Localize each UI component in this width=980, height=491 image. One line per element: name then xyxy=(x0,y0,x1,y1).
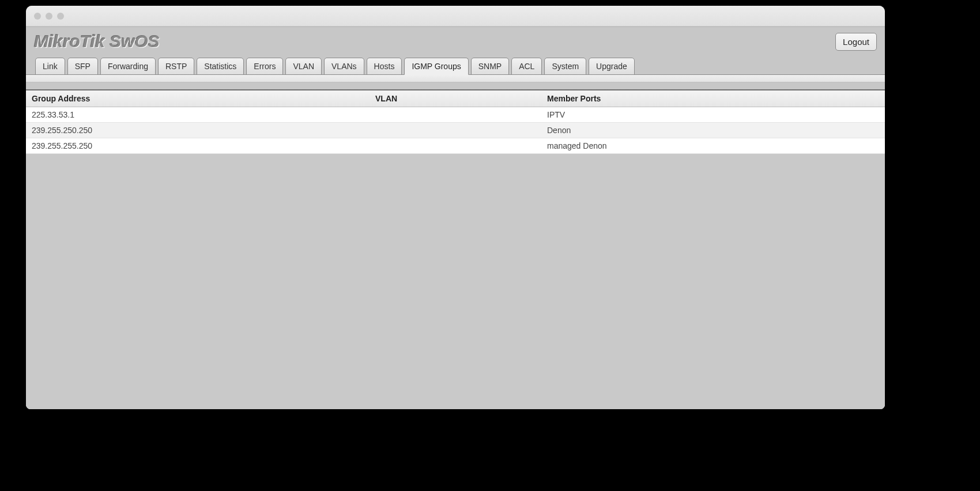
cell-vlan xyxy=(370,138,541,154)
tab-label: Hosts xyxy=(374,62,395,71)
tab-label: ACL xyxy=(519,62,534,71)
col-header-group-address: Group Address xyxy=(26,90,370,107)
tab-igmp-groups[interactable]: IGMP Groups xyxy=(404,58,468,75)
tab-label: Statistics xyxy=(204,62,236,71)
toolbar-spacer xyxy=(26,74,885,82)
tab-link[interactable]: Link xyxy=(35,58,65,75)
window-close-icon[interactable] xyxy=(34,13,41,20)
window-maximize-icon[interactable] xyxy=(57,13,64,20)
tab-statistics[interactable]: Statistics xyxy=(197,58,244,75)
cell-group-address: 225.33.53.1 xyxy=(26,107,370,123)
tab-label: SFP xyxy=(75,62,91,71)
tab-label: System xyxy=(552,62,579,71)
cell-member-ports: managed Denon xyxy=(541,138,885,154)
tab-vlans[interactable]: VLANs xyxy=(324,58,364,75)
cell-group-address: 239.255.250.250 xyxy=(26,123,370,138)
tab-label: Forwarding xyxy=(108,62,148,71)
app-title: MikroTik SwOS xyxy=(34,32,160,51)
col-header-member-ports: Member Ports xyxy=(541,90,885,107)
table-row: 239.255.255.250managed Denon xyxy=(26,138,885,154)
tab-system[interactable]: System xyxy=(544,58,586,75)
header-row: MikroTik SwOS Logout xyxy=(26,27,885,51)
cell-vlan xyxy=(370,123,541,138)
content-gap xyxy=(26,82,885,89)
tab-label: VLAN xyxy=(293,62,314,71)
tab-label: IGMP Groups xyxy=(412,62,461,71)
tab-errors[interactable]: Errors xyxy=(246,58,283,75)
app-window: MikroTik SwOS Logout LinkSFPForwardingRS… xyxy=(26,6,885,409)
app-frame: MikroTik SwOS Logout LinkSFPForwardingRS… xyxy=(26,27,885,409)
table-header-row: Group Address VLAN Member Ports xyxy=(26,90,885,107)
table-row: 239.255.250.250Denon xyxy=(26,123,885,138)
tab-sfp[interactable]: SFP xyxy=(67,58,98,75)
igmp-groups-table-wrap: Group Address VLAN Member Ports 225.33.5… xyxy=(26,89,885,154)
cell-group-address: 239.255.255.250 xyxy=(26,138,370,154)
tab-label: Upgrade xyxy=(596,62,627,71)
col-header-vlan: VLAN xyxy=(370,90,541,107)
cell-member-ports: Denon xyxy=(541,123,885,138)
tab-label: Errors xyxy=(254,62,276,71)
tab-rstp[interactable]: RSTP xyxy=(158,58,194,75)
table-row: 225.33.53.1IPTV xyxy=(26,107,885,123)
cell-member-ports: IPTV xyxy=(541,107,885,123)
tab-label: Link xyxy=(43,62,58,71)
content-fill xyxy=(26,154,885,409)
igmp-groups-table: Group Address VLAN Member Ports 225.33.5… xyxy=(26,90,885,154)
tab-upgrade[interactable]: Upgrade xyxy=(589,58,635,75)
tabs-row: LinkSFPForwardingRSTPStatisticsErrorsVLA… xyxy=(26,51,885,74)
logout-button[interactable]: Logout xyxy=(835,33,877,51)
window-minimize-icon[interactable] xyxy=(46,13,52,20)
tab-snmp[interactable]: SNMP xyxy=(471,58,509,75)
tab-label: VLANs xyxy=(331,62,357,71)
tab-vlan[interactable]: VLAN xyxy=(285,58,322,75)
tab-label: SNMP xyxy=(478,62,502,71)
window-titlebar xyxy=(26,6,885,27)
cell-vlan xyxy=(370,107,541,123)
tab-label: RSTP xyxy=(165,62,187,71)
tab-forwarding[interactable]: Forwarding xyxy=(100,58,156,75)
tab-hosts[interactable]: Hosts xyxy=(367,58,402,75)
tab-acl[interactable]: ACL xyxy=(511,58,542,75)
